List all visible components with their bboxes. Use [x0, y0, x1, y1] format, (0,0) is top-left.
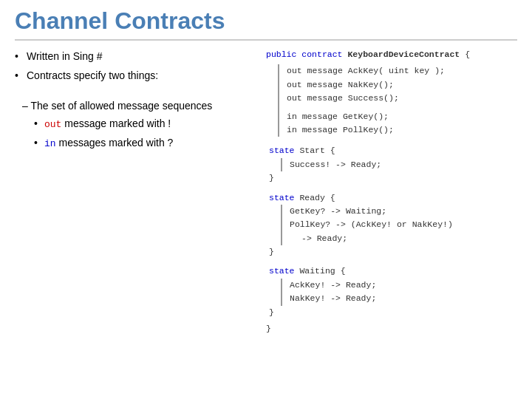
messages-block: out message AckKey( uint key ); out mess…	[278, 64, 517, 137]
dash-in-text: messages marked with ?	[56, 137, 174, 149]
contract-decl: public contract KeyboardDeviceContract {	[266, 48, 517, 61]
bullet-item-2: Contracts specify two things:	[15, 67, 251, 83]
state-start: state Start { Success! -> Ready; }	[269, 144, 517, 185]
dash-sub-out: out message marked with !	[34, 115, 251, 133]
bullet-item-1: Written in Sing #	[15, 48, 251, 64]
code-panel: public contract KeyboardDeviceContract {…	[266, 48, 517, 335]
contract-close: }	[266, 322, 517, 335]
out-label-2: out	[44, 119, 61, 130]
state-waiting-close: }	[269, 306, 517, 319]
out-msg-2: out message NakKey();	[287, 78, 517, 92]
state-ready-close: }	[269, 245, 517, 259]
dash-section: The set of allowed message sequences out…	[15, 98, 251, 152]
state-ready-line3: -> Ready;	[290, 232, 517, 245]
state-ready-body: GetKey? -> Waiting; PollKey? -> (AckKey!…	[281, 205, 517, 245]
main-content: Written in Sing # Contracts specify two …	[15, 48, 517, 335]
dash-sub-in: in messages marked with ?	[34, 134, 251, 152]
state-start-decl: state Start {	[269, 144, 517, 157]
dash-sub-bullets: out message marked with ! in messages ma…	[22, 115, 251, 152]
state-ready: state Ready { GetKey? -> Waiting; PollKe…	[269, 191, 517, 259]
in-msg-1: in message GetKey();	[287, 110, 517, 123]
in-label-2: in	[44, 138, 56, 149]
state-start-close: }	[269, 171, 517, 185]
in-msg-2: in message PollKey();	[287, 123, 517, 137]
out-msg-1: out message AckKey( uint key );	[287, 64, 517, 78]
state-waiting-decl: state Waiting {	[269, 265, 517, 278]
state-waiting-line1: AckKey! -> Ready;	[290, 279, 517, 292]
page-title: Channel Contracts	[15, 7, 517, 41]
dash-out-text: message marked with !	[61, 117, 171, 129]
left-panel: Written in Sing # Contracts specify two …	[15, 48, 251, 335]
state-ready-decl: state Ready {	[269, 191, 517, 205]
state-waiting-body: AckKey! -> Ready; NakKey! -> Ready;	[281, 279, 517, 306]
out-msg-3: out message Success();	[287, 92, 517, 105]
top-bullets: Written in Sing # Contracts specify two …	[15, 48, 251, 84]
state-waiting-line2: NakKey! -> Ready;	[290, 292, 517, 305]
state-waiting: state Waiting { AckKey! -> Ready; NakKey…	[269, 265, 517, 319]
state-start-line: Success! -> Ready;	[290, 158, 517, 171]
state-ready-line1: GetKey? -> Waiting;	[290, 205, 517, 218]
state-ready-line2: PollKey? -> (AckKey! or NakKey!)	[290, 218, 517, 231]
dash-text: The set of allowed message sequences	[30, 100, 212, 112]
state-start-body: Success! -> Ready;	[281, 158, 517, 171]
